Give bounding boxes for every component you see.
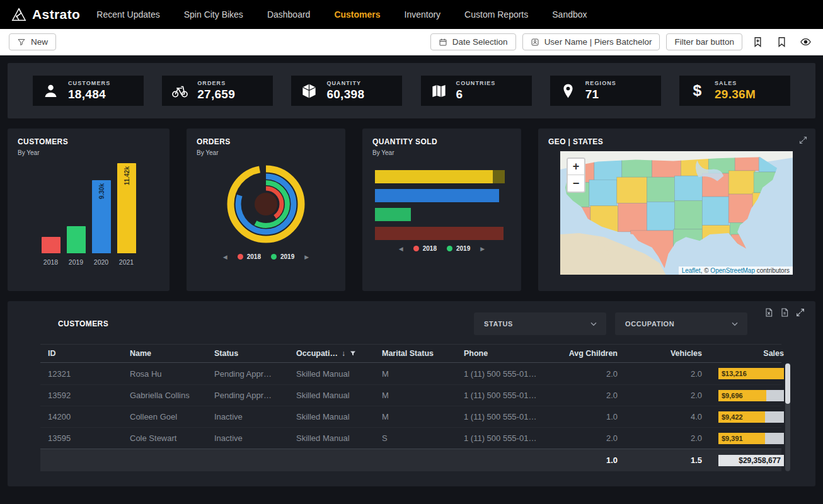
legend-dot xyxy=(447,246,452,251)
cell-status: Pending Appr… xyxy=(207,391,289,400)
column-header-id[interactable]: ID xyxy=(40,349,122,358)
kpi-text: REGIONS71 xyxy=(585,80,616,101)
nav-item-custom-reports[interactable]: Custom Reports xyxy=(464,9,528,20)
expand-icon[interactable] xyxy=(795,307,805,318)
legend-dot xyxy=(238,254,243,260)
occupation-filter-dropdown[interactable]: OCCUPATION xyxy=(615,312,747,335)
cell-name: Colleen Goel xyxy=(122,412,207,421)
cell-marital: M xyxy=(374,369,456,379)
column-header-occupati[interactable]: Occupati…↓ xyxy=(289,349,374,358)
column-header-avg-children[interactable]: Avg Children xyxy=(576,349,639,358)
toolbar: New Date Selection User Name | Piers Bat… xyxy=(0,29,823,55)
scrollbar-thumb[interactable] xyxy=(785,364,790,404)
cell-occupation: Skilled Manual xyxy=(289,391,374,400)
column-header-status[interactable]: Status xyxy=(207,349,289,358)
legend-dot xyxy=(271,254,277,260)
column-header-marital-status[interactable]: Marital Status xyxy=(374,349,456,358)
export-document-icon[interactable] xyxy=(780,307,790,318)
astrato-logo-icon xyxy=(11,7,26,22)
total-avg-children: 1.0 xyxy=(576,455,639,465)
cell-sales: $9,696 xyxy=(718,390,789,401)
expand-icon[interactable] xyxy=(798,135,808,147)
nav-item-sandbox[interactable]: Sandbox xyxy=(552,9,587,20)
column-header-phone[interactable]: Phone xyxy=(456,349,576,358)
pin-icon xyxy=(560,83,577,100)
kpi-card-quantity: QUANTITY60,398 xyxy=(291,76,402,106)
date-selection-button[interactable]: Date Selection xyxy=(430,33,516,50)
nav-item-recent-updates[interactable]: Recent Updates xyxy=(96,9,159,20)
view-button[interactable] xyxy=(797,33,814,51)
cell-status: Inactive xyxy=(207,433,289,443)
new-button[interactable]: New xyxy=(9,33,56,50)
cell-name: Rosa Hu xyxy=(122,369,207,379)
filter-bar-button[interactable]: Filter bar button xyxy=(666,33,742,50)
cell-sales: $13,216 xyxy=(718,368,789,379)
bar-2018[interactable] xyxy=(42,237,60,253)
table-scrollbar[interactable] xyxy=(785,363,790,471)
table-header-row: IDNameStatusOccupati…↓Marital StatusPhon… xyxy=(40,344,781,363)
quantity-bar-4[interactable] xyxy=(375,227,504,240)
sales-bar: $13,216 xyxy=(718,368,784,379)
column-header-name[interactable]: Name xyxy=(122,349,207,358)
legend-item-2018[interactable]: 2018 xyxy=(413,245,437,252)
cell-vehicles: 2.0 xyxy=(639,391,718,400)
cell-children: 2.0 xyxy=(576,391,639,400)
user-button[interactable]: User Name | Piers Batchelor xyxy=(522,33,660,50)
brand[interactable]: Astrato xyxy=(11,7,80,22)
legend-item-2018[interactable]: 2018 xyxy=(238,253,261,260)
bookmarks-button[interactable] xyxy=(773,33,790,51)
map-icon xyxy=(430,83,447,100)
legend-next-button[interactable]: ▶ xyxy=(304,254,309,260)
bar-2019[interactable] xyxy=(67,226,86,253)
legend-item-2019[interactable]: 2019 xyxy=(447,245,470,252)
kpi-text: CUSTOMERS18,484 xyxy=(68,80,110,101)
column-header-sales[interactable]: Sales xyxy=(718,349,789,358)
legend-item-2019[interactable]: 2019 xyxy=(271,253,294,260)
add-bookmark-button[interactable] xyxy=(749,33,766,51)
us-map-svg xyxy=(560,151,793,275)
leaflet-link[interactable]: Leaflet xyxy=(682,267,701,274)
status-filter-dropdown[interactable]: STATUS xyxy=(474,312,606,335)
kpi-label: QUANTITY xyxy=(326,80,364,86)
table-totals-row: 1.0 1.5 $29,358,677 xyxy=(40,449,781,471)
filter-icon[interactable] xyxy=(349,350,357,357)
quantity-bar-1[interactable] xyxy=(375,170,505,183)
nav-item-dashboard[interactable]: Dashboard xyxy=(267,9,311,20)
orders-radial-svg xyxy=(222,160,310,248)
legend-prev-button[interactable]: ◀ xyxy=(399,246,403,252)
dashboard-content: CUSTOMERS18,484ORDERS27,659QUANTITY60,39… xyxy=(0,55,823,486)
column-header-label: Phone xyxy=(464,349,488,358)
legend-next-button[interactable]: ▶ xyxy=(480,246,485,252)
zoom-out-button[interactable]: − xyxy=(568,175,584,192)
kpi-text: SALES29.36M xyxy=(715,80,756,101)
cell-marital: M xyxy=(374,412,456,421)
table-row[interactable]: 13595Cole StewartInactiveSkilled ManualS… xyxy=(40,427,781,449)
nav-item-spin-city-bikes[interactable]: Spin City Bikes xyxy=(184,9,243,20)
cell-occupation: Skilled Manual xyxy=(289,412,374,421)
sort-desc-icon[interactable]: ↓ xyxy=(342,349,345,358)
nav-item-customers[interactable]: Customers xyxy=(334,9,380,20)
cell-sales: $9,422 xyxy=(718,411,789,423)
svg-text:$: $ xyxy=(693,83,702,99)
quantity-bar-3[interactable] xyxy=(375,208,411,221)
axis-label-2020: 2020 xyxy=(92,258,111,266)
kpi-card-sales: $SALES29.36M xyxy=(679,76,790,106)
export-excel-icon[interactable] xyxy=(764,307,774,318)
zoom-in-button[interactable]: + xyxy=(568,159,584,175)
nav-item-inventory[interactable]: Inventory xyxy=(405,9,441,20)
us-map[interactable]: + − Leaflet, © OpenStreetMap contributor… xyxy=(560,151,793,275)
funnel-icon xyxy=(17,38,26,47)
table-row[interactable]: 13592Gabriella CollinsPending Appr…Skill… xyxy=(40,384,781,406)
cell-marital: M xyxy=(374,391,456,400)
osm-link[interactable]: OpenStreetMap xyxy=(710,267,755,274)
nav-items: Recent UpdatesSpin City BikesDashboardCu… xyxy=(96,9,587,20)
table-row[interactable]: 12321Rosa HuPending Appr…Skilled ManualM… xyxy=(40,363,781,384)
orders-chart-subtitle: By Year xyxy=(197,149,335,156)
column-header-vehicles[interactable]: Vehicles xyxy=(639,349,718,358)
axis-label-2019: 2019 xyxy=(67,258,86,266)
quantity-bar-2[interactable] xyxy=(375,189,499,202)
bar-2020[interactable]: 9.30k xyxy=(92,180,111,253)
bar-2021[interactable]: 11.42k xyxy=(117,163,136,253)
legend-prev-button[interactable]: ◀ xyxy=(223,254,227,260)
table-row[interactable]: 14200Colleen GoelInactiveSkilled ManualM… xyxy=(40,406,781,427)
